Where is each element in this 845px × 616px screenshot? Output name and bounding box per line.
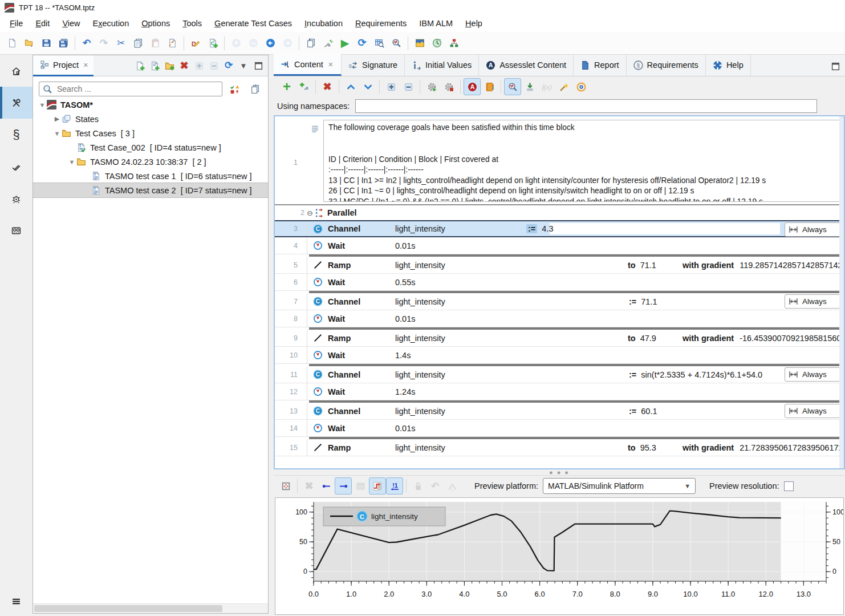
close-icon[interactable]: × xyxy=(82,60,89,70)
channel-name[interactable]: light_intensity xyxy=(395,261,526,270)
toolbar-platform-structure-button[interactable] xyxy=(445,35,462,52)
toolbar-assess-all-button[interactable] xyxy=(428,35,445,52)
toolbar-edit-declarations-button[interactable]: D xyxy=(187,35,204,52)
channel-step-row[interactable]: 13CChannellight_intensity:=60.1Always xyxy=(275,403,844,420)
channel-name[interactable]: light_intensity xyxy=(395,370,526,379)
menu-options[interactable]: Options xyxy=(135,17,176,30)
gradient-value[interactable]: 119.285714285714285714285714285714285714… xyxy=(740,261,845,270)
activity-debug-bug[interactable] xyxy=(0,183,32,214)
preview-step-signal-button[interactable] xyxy=(369,477,386,495)
menu-ibm-alm[interactable]: IBM ALM xyxy=(413,17,459,30)
toolbar-copy-button[interactable] xyxy=(129,35,147,52)
preview-resolution-input[interactable] xyxy=(784,481,794,491)
always-condition-button[interactable]: Always xyxy=(785,294,840,309)
toolbar-open-folder-button[interactable] xyxy=(21,35,38,52)
project-delete-red-button[interactable]: ✖ xyxy=(177,58,192,73)
tree-item-test-cases[interactable]: ▼Test Cases[ 3 ] xyxy=(33,126,268,140)
content-gear-run-button[interactable] xyxy=(423,78,440,95)
tab-content[interactable]: Content× xyxy=(274,54,342,76)
chevron-collapsed-icon[interactable]: ▶ xyxy=(52,115,62,123)
menu-execution[interactable]: Execution xyxy=(87,17,136,30)
tab-project[interactable]: Project × xyxy=(33,55,94,76)
channel-step-row[interactable]: 7CChannellight_intensity:=71.1Always xyxy=(275,293,844,310)
copy-names-icon[interactable]: T xyxy=(246,80,263,98)
wait-step-row[interactable]: 10Wait1.4s xyxy=(275,347,844,364)
channel-value[interactable]: 60.1 xyxy=(641,407,657,416)
namespaces-input[interactable] xyxy=(355,99,817,113)
wait-step-row[interactable]: 4Wait0.01s xyxy=(275,237,844,254)
content-collapse-minus-button[interactable] xyxy=(400,78,417,95)
toolbar-connect-plug-button[interactable] xyxy=(319,35,336,52)
toolbar-sync-refresh-button[interactable]: ⟳ xyxy=(354,35,371,52)
menu-incubation[interactable]: Incubation xyxy=(298,17,349,30)
channel-value[interactable]: 71.1 xyxy=(641,297,657,306)
ramp-target-value[interactable]: 71.1 xyxy=(640,261,656,270)
toolbar-table-search-button[interactable] xyxy=(371,35,388,52)
activity-signature-s[interactable]: § xyxy=(0,119,32,151)
tree-item-tasmo-test-case-1[interactable]: TTASMO test case 1[ ID=6 status=new ] xyxy=(33,169,268,183)
preview-marker-left-button[interactable] xyxy=(318,477,335,495)
channel-name[interactable]: light_intensity xyxy=(395,334,526,343)
channel-name[interactable]: light_intensity xyxy=(395,407,526,416)
content-move-up-button[interactable] xyxy=(342,78,359,95)
toolbar-save-all-button[interactable] xyxy=(55,35,72,52)
wait-duration[interactable]: 1.4s xyxy=(395,351,526,360)
toolbar-signal-analyzer-button[interactable] xyxy=(388,35,405,52)
activity-tools[interactable] xyxy=(0,87,32,119)
tree-item-tasom-[interactable]: ▼TASOM* xyxy=(33,98,268,112)
parallel-step-row[interactable]: 2⊖Parallel xyxy=(275,204,844,220)
ramp-step-row[interactable]: 9Ramplight_intensityto47.9with gradient-… xyxy=(275,330,844,347)
wait-step-row[interactable]: 6Wait0.55s xyxy=(275,274,844,291)
tab-assesslet-content[interactable]: AAssesslet Content xyxy=(479,54,574,76)
ramp-target-value[interactable]: 95.3 xyxy=(640,443,656,452)
always-condition-button[interactable]: Always xyxy=(785,222,840,237)
content-add-green-button[interactable]: + xyxy=(278,78,295,95)
channel-name[interactable]: light_intensity xyxy=(395,443,526,452)
toolbar-new-file-button[interactable] xyxy=(3,35,21,52)
activity-home[interactable] xyxy=(0,55,32,87)
project-chevron-down-button[interactable]: ▼ xyxy=(236,58,251,73)
search-input[interactable] xyxy=(56,84,218,94)
ramp-step-row[interactable]: 15Ramplight_intensityto95.3with gradient… xyxy=(275,439,844,456)
chevron-expanded-icon[interactable]: ▼ xyxy=(52,130,62,137)
toolbar-run-play-button[interactable]: ▶ xyxy=(336,35,354,52)
ramp-target-value[interactable]: 47.9 xyxy=(640,334,656,343)
collapse-icon[interactable]: ⊖ xyxy=(307,209,313,217)
content-import-signal-button[interactable] xyxy=(521,78,538,95)
tree-item-tasmo-test-case-2[interactable]: TTASMO test case 2[ ID=7 status=new ] xyxy=(33,183,268,197)
tab-requirements[interactable]: §Requirements xyxy=(627,54,706,76)
wait-duration[interactable]: 0.01s xyxy=(395,241,526,250)
gradient-value[interactable]: 21.7283950617283950617283950617283950617… xyxy=(740,443,845,452)
wait-duration[interactable]: 0.55s xyxy=(395,278,526,287)
menu-generate-test-cases[interactable]: Generate Test Cases xyxy=(208,17,298,30)
toolbar-nav-back-button[interactable] xyxy=(262,35,279,52)
tab-initial-values[interactable]: Initial Values xyxy=(405,54,479,76)
menu-file[interactable]: File xyxy=(3,17,29,30)
always-condition-button[interactable]: Always xyxy=(785,367,840,382)
wait-duration[interactable]: 0.01s xyxy=(395,424,526,433)
preview-single-scale-button[interactable]: !1 xyxy=(386,477,403,495)
content-expand-plus-button[interactable] xyxy=(383,78,400,95)
content-delete-red-button[interactable]: ✖ xyxy=(319,78,336,95)
tab-help[interactable]: Help xyxy=(706,54,751,76)
wait-duration[interactable]: 0.01s xyxy=(395,314,526,323)
wait-duration[interactable]: 1.24s xyxy=(395,387,526,396)
chevron-expanded-icon[interactable]: ▼ xyxy=(38,102,47,108)
tree-item-test-case-002[interactable]: TTest Case_002[ ID=4 status=new ] xyxy=(33,140,268,155)
ramp-step-row[interactable]: 5Ramplight_intensityto71.1with gradient1… xyxy=(275,257,844,274)
content-add-step-button[interactable] xyxy=(295,78,312,95)
wait-step-row[interactable]: 14Wait0.01s xyxy=(275,420,844,437)
toolbar-copy-compare-button[interactable]: C xyxy=(204,35,221,52)
toolbar-dashboard-chart-button[interactable] xyxy=(411,35,428,52)
tree-item-tasmo-24-02-23-10-38-37[interactable]: ▼TASMO 24.02.23 10:38:37[ 2 ] xyxy=(33,155,268,169)
project-add-testlet-button[interactable] xyxy=(147,58,162,73)
scrollbar-thumb[interactable] xyxy=(34,605,222,612)
wait-step-row[interactable]: 12Wait1.24s xyxy=(275,383,844,400)
content-move-down-button[interactable] xyxy=(359,78,376,95)
content-signal-preview-button[interactable] xyxy=(504,78,521,95)
menu-requirements[interactable]: Requirements xyxy=(349,17,413,30)
menu-view[interactable]: View xyxy=(56,17,86,30)
content-vertical-scrollbar[interactable] xyxy=(839,116,844,468)
menu-edit[interactable]: Edit xyxy=(29,17,56,30)
channel-name[interactable]: light_intensity xyxy=(395,224,526,233)
